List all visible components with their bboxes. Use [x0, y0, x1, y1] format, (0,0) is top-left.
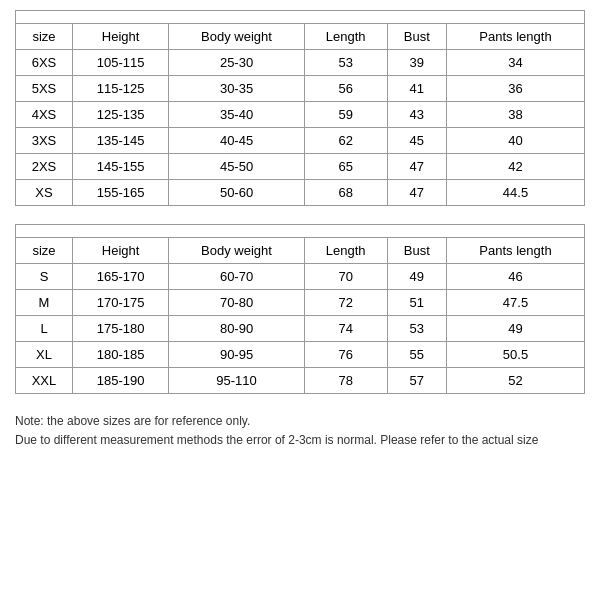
table-cell: 51	[387, 290, 446, 316]
table-cell: 78	[304, 368, 387, 394]
notes-section: Note: the above sizes are for reference …	[15, 412, 585, 450]
table-cell: 45-50	[169, 154, 305, 180]
table-row: XS155-16550-60684744.5	[16, 180, 585, 206]
table-cell: L	[16, 316, 73, 342]
table-cell: 42	[447, 154, 585, 180]
table-cell: 6XS	[16, 50, 73, 76]
table-cell: 76	[304, 342, 387, 368]
table-cell: 5XS	[16, 76, 73, 102]
table-cell: 34	[447, 50, 585, 76]
table-cell: 52	[447, 368, 585, 394]
table-cell: 47	[387, 180, 446, 206]
table-cell: 35-40	[169, 102, 305, 128]
adult-col-header: Body weight	[169, 238, 305, 264]
table-cell: 65	[304, 154, 387, 180]
children-col-header: Pants length	[447, 24, 585, 50]
note-text: Note: the above sizes are for reference …	[15, 412, 585, 431]
children-section: sizeHeightBody weightLengthBustPants len…	[15, 10, 585, 206]
table-cell: 4XS	[16, 102, 73, 128]
table-cell: 50-60	[169, 180, 305, 206]
table-cell: 105-115	[73, 50, 169, 76]
table-cell: 155-165	[73, 180, 169, 206]
table-cell: 30-35	[169, 76, 305, 102]
table-cell: 90-95	[169, 342, 305, 368]
table-cell: 36	[447, 76, 585, 102]
table-cell: S	[16, 264, 73, 290]
children-col-header: Body weight	[169, 24, 305, 50]
table-cell: 53	[387, 316, 446, 342]
table-cell: 70-80	[169, 290, 305, 316]
children-col-header: size	[16, 24, 73, 50]
table-cell: 68	[304, 180, 387, 206]
adult-col-header: Height	[73, 238, 169, 264]
table-row: 5XS115-12530-35564136	[16, 76, 585, 102]
table-cell: XL	[16, 342, 73, 368]
table-cell: 175-180	[73, 316, 169, 342]
table-cell: 40	[447, 128, 585, 154]
table-cell: 55	[387, 342, 446, 368]
table-cell: 62	[304, 128, 387, 154]
note-text: Due to different measurement methods the…	[15, 431, 585, 450]
table-row: M170-17570-80725147.5	[16, 290, 585, 316]
adult-table: sizeHeightBody weightLengthBustPants len…	[15, 237, 585, 394]
adult-col-header: size	[16, 238, 73, 264]
table-cell: 80-90	[169, 316, 305, 342]
table-row: XXL185-19095-110785752	[16, 368, 585, 394]
table-cell: 46	[447, 264, 585, 290]
adult-col-header: Pants length	[447, 238, 585, 264]
table-cell: 39	[387, 50, 446, 76]
table-cell: 185-190	[73, 368, 169, 394]
table-cell: 53	[304, 50, 387, 76]
table-cell: 57	[387, 368, 446, 394]
table-cell: XXL	[16, 368, 73, 394]
children-body: 6XS105-11525-305339345XS115-12530-355641…	[16, 50, 585, 206]
table-cell: 50.5	[447, 342, 585, 368]
children-table: sizeHeightBody weightLengthBustPants len…	[15, 23, 585, 206]
table-cell: 56	[304, 76, 387, 102]
table-cell: 145-155	[73, 154, 169, 180]
table-cell: 95-110	[169, 368, 305, 394]
table-cell: 3XS	[16, 128, 73, 154]
adult-col-header: Length	[304, 238, 387, 264]
table-cell: 135-145	[73, 128, 169, 154]
table-cell: 49	[447, 316, 585, 342]
table-cell: 59	[304, 102, 387, 128]
table-cell: 125-135	[73, 102, 169, 128]
table-cell: 41	[387, 76, 446, 102]
table-cell: 38	[447, 102, 585, 128]
table-cell: 165-170	[73, 264, 169, 290]
table-cell: 72	[304, 290, 387, 316]
table-cell: 43	[387, 102, 446, 128]
children-col-header: Height	[73, 24, 169, 50]
adult-header-row: sizeHeightBody weightLengthBustPants len…	[16, 238, 585, 264]
children-col-header: Length	[304, 24, 387, 50]
table-cell: 2XS	[16, 154, 73, 180]
table-cell: 60-70	[169, 264, 305, 290]
table-row: XL180-18590-95765550.5	[16, 342, 585, 368]
table-cell: 170-175	[73, 290, 169, 316]
table-row: 6XS105-11525-30533934	[16, 50, 585, 76]
table-cell: 70	[304, 264, 387, 290]
table-row: 3XS135-14540-45624540	[16, 128, 585, 154]
table-cell: 47.5	[447, 290, 585, 316]
children-title	[15, 10, 585, 23]
table-cell: XS	[16, 180, 73, 206]
children-header-row: sizeHeightBody weightLengthBustPants len…	[16, 24, 585, 50]
adult-body: S165-17060-70704946M170-17570-80725147.5…	[16, 264, 585, 394]
table-cell: 74	[304, 316, 387, 342]
table-cell: 40-45	[169, 128, 305, 154]
table-row: 2XS145-15545-50654742	[16, 154, 585, 180]
adult-section: sizeHeightBody weightLengthBustPants len…	[15, 224, 585, 394]
table-cell: 180-185	[73, 342, 169, 368]
table-cell: 45	[387, 128, 446, 154]
table-cell: 49	[387, 264, 446, 290]
table-cell: 47	[387, 154, 446, 180]
table-row: S165-17060-70704946	[16, 264, 585, 290]
table-row: 4XS125-13535-40594338	[16, 102, 585, 128]
children-col-header: Bust	[387, 24, 446, 50]
table-cell: 115-125	[73, 76, 169, 102]
table-cell: 44.5	[447, 180, 585, 206]
table-cell: M	[16, 290, 73, 316]
adult-title	[15, 224, 585, 237]
adult-col-header: Bust	[387, 238, 446, 264]
